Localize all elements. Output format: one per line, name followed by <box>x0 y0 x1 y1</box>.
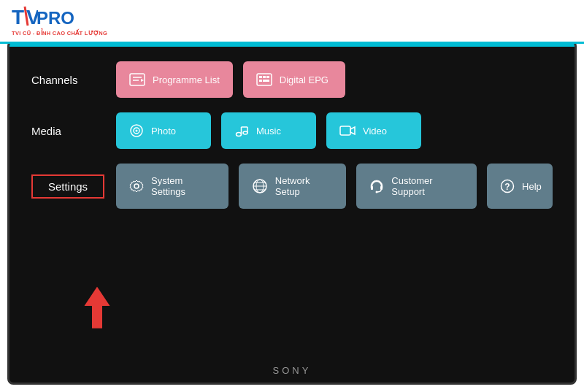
network-setup-label: Network Setup <box>275 175 333 197</box>
help-icon: ? <box>500 179 515 193</box>
system-settings-icon <box>129 179 144 193</box>
settings-items: System Settings Network Setup <box>116 164 553 209</box>
channels-label: Channels <box>31 74 104 86</box>
svg-marker-36 <box>85 287 110 328</box>
svg-text:?: ? <box>504 182 510 192</box>
media-items: Photo Music <box>116 112 553 149</box>
help-icon-svg: ? <box>500 179 515 193</box>
svg-rect-12 <box>263 80 269 82</box>
music-tile[interactable]: Music <box>221 112 316 149</box>
tv-screen: Channels Programme List <box>7 40 577 385</box>
svg-point-16 <box>237 133 242 137</box>
sony-brand: SONY <box>273 364 312 377</box>
programme-list-tile[interactable]: Programme List <box>116 61 233 98</box>
digital-epg-icon <box>256 73 272 86</box>
customer-support-tile[interactable]: Customer Support <box>356 164 477 209</box>
settings-label: Settings <box>31 174 104 199</box>
programme-list-icon <box>129 73 145 86</box>
svg-text:T: T <box>12 6 24 28</box>
network-icon-svg <box>252 179 268 193</box>
svg-rect-10 <box>266 76 269 78</box>
video-tile[interactable]: Video <box>326 112 421 149</box>
svg-text:V: V <box>26 6 38 28</box>
music-label: Music <box>256 126 281 137</box>
photo-icon-svg <box>129 124 144 137</box>
video-icon <box>339 124 356 137</box>
top-bar: T V PRO TVI CŨ - ĐỈNH CAO CHẤT LƯỢNG <box>0 0 584 44</box>
svg-rect-11 <box>259 80 262 82</box>
video-icon-svg <box>339 124 356 137</box>
channels-items: Programme List Digital EPG <box>116 61 553 98</box>
photo-label: Photo <box>151 126 176 137</box>
svg-point-15 <box>136 130 138 132</box>
teal-accent-bar <box>0 42 584 44</box>
svg-marker-6 <box>141 79 144 82</box>
logo-tv-icon: T V <box>12 5 38 31</box>
epg-icon-svg <box>256 73 272 86</box>
arrow-indicator <box>75 280 119 331</box>
tv-content: Channels Programme List <box>9 47 575 223</box>
svg-rect-9 <box>263 76 266 78</box>
logo: T V PRO TVI CŨ - ĐỈNH CAO CHẤT LƯỢNG <box>12 5 107 36</box>
svg-rect-31 <box>380 186 383 190</box>
svg-point-17 <box>243 131 247 134</box>
arrow-svg <box>75 280 119 331</box>
programme-icon-svg <box>129 73 145 86</box>
logo-pro-text: PRO <box>36 8 74 28</box>
customer-support-label: Customer Support <box>391 175 464 197</box>
photo-icon <box>129 124 144 137</box>
sony-logo-text: SONY <box>273 365 312 376</box>
digital-epg-label: Digital EPG <box>280 74 328 85</box>
svg-point-24 <box>134 184 139 188</box>
network-setup-icon <box>252 179 268 193</box>
system-settings-label: System Settings <box>151 175 215 197</box>
help-tile[interactable]: ? Help <box>487 164 553 209</box>
digital-epg-tile[interactable]: Digital EPG <box>243 61 345 98</box>
media-row: Media Photo <box>31 112 553 149</box>
music-icon <box>234 124 249 137</box>
customer-support-icon-svg <box>369 179 384 193</box>
programme-list-label: Programme List <box>153 74 220 85</box>
svg-marker-23 <box>130 180 143 192</box>
svg-marker-22 <box>350 127 355 134</box>
svg-rect-21 <box>340 126 350 135</box>
tv-logo-svg: T V <box>12 5 38 28</box>
logo-main: T V PRO <box>12 5 74 31</box>
channels-row: Channels Programme List <box>31 61 553 98</box>
video-label: Video <box>363 126 387 137</box>
customer-support-icon <box>369 179 384 193</box>
svg-rect-8 <box>259 76 262 78</box>
photo-tile[interactable]: Photo <box>116 112 211 149</box>
system-settings-tile[interactable]: System Settings <box>116 164 228 209</box>
settings-row: Settings System Settings <box>31 164 553 209</box>
svg-point-32 <box>376 191 378 193</box>
media-label: Media <box>31 125 104 137</box>
help-label: Help <box>522 181 542 192</box>
svg-rect-30 <box>371 186 373 190</box>
network-setup-tile[interactable]: Network Setup <box>239 164 346 209</box>
system-settings-icon-svg <box>129 179 144 193</box>
music-icon-svg <box>234 124 249 137</box>
